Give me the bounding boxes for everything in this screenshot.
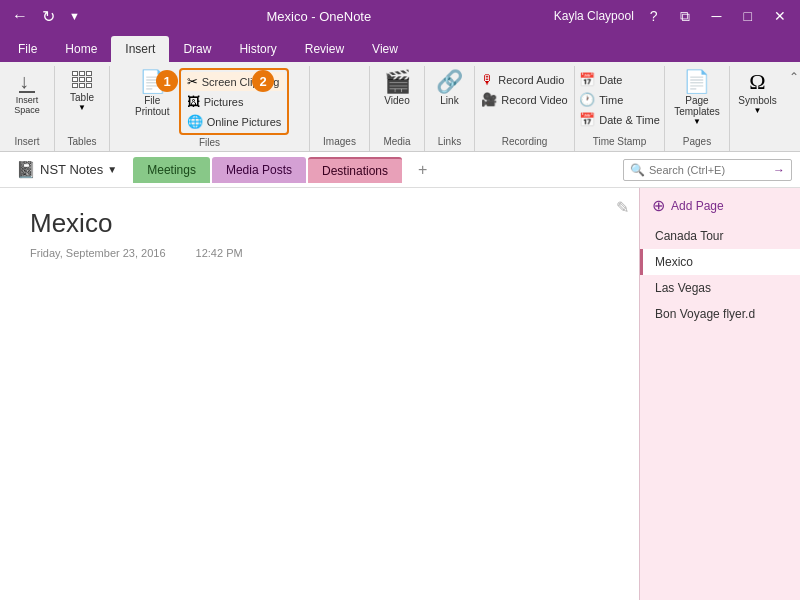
group-timestamp: 📅 Date 🕐 Time 📅 Date & Time Time Stamp [575, 66, 665, 151]
table-icon [72, 71, 92, 88]
tab-file[interactable]: File [4, 36, 51, 62]
minimize-button[interactable]: ─ [706, 6, 728, 26]
insert-space-button[interactable]: ↓ InsertSpace [7, 68, 47, 118]
group-tables-label: Tables [59, 134, 105, 149]
tab-view[interactable]: View [358, 36, 412, 62]
title-bar-controls: ← ↻ ▼ [8, 5, 84, 28]
link-icon: 🔗 [436, 71, 463, 93]
restore-button[interactable]: ⧉ [674, 6, 696, 27]
add-page-button[interactable]: ⊕ Add Page [640, 188, 800, 223]
title-bar: ← ↻ ▼ Mexico - OneNote Kayla Claypool ? … [0, 0, 800, 32]
page-templates-button[interactable]: 📄 PageTemplates ▼ [670, 68, 724, 129]
symbols-icon: Ω [749, 71, 765, 93]
tab-insert[interactable]: Insert [111, 36, 169, 62]
edit-icon[interactable]: ✎ [616, 198, 629, 217]
pictures-icon: 🖼 [187, 94, 200, 109]
video-label: Video [384, 95, 409, 106]
group-pages-label: Pages [669, 134, 725, 149]
quick-access[interactable]: ▼ [65, 8, 84, 24]
record-audio-label: Record Audio [498, 74, 564, 86]
section-tabs: Meetings Media Posts Destinations + [133, 157, 623, 183]
page-item-bon-voyage[interactable]: Bon Voyage flyer.d [640, 301, 800, 327]
search-go-icon[interactable]: → [773, 163, 785, 177]
note-title: Mexico [30, 208, 609, 239]
group-insert-label: Insert [4, 134, 50, 149]
table-label: Table [70, 92, 94, 103]
date-time-button[interactable]: 📅 Date & Time [575, 110, 664, 129]
symbols-label: Symbols [738, 95, 776, 106]
group-media-label: Media [374, 134, 420, 149]
tab-home[interactable]: Home [51, 36, 111, 62]
file-printout-label: FilePrintout [135, 95, 169, 117]
search-icon: 🔍 [630, 163, 645, 177]
page-templates-label: PageTemplates [674, 95, 720, 117]
search-box[interactable]: 🔍 → [623, 159, 792, 181]
pages-sidebar: ⊕ Add Page Canada Tour Mexico Las Vegas … [640, 188, 800, 600]
help-button[interactable]: ? [644, 6, 664, 26]
collapse-ribbon-button[interactable]: ⌃ [789, 70, 799, 84]
group-files: 1 2 📄 FilePrintout ✂ Screen Clipping 🖼 P… [110, 66, 310, 151]
ribbon: ↓ InsertSpace Insert Table ▼ Tables 1 [0, 62, 800, 152]
forward-button[interactable]: ↻ [38, 5, 59, 28]
notebook-selector[interactable]: 📓 NST Notes ▼ [8, 156, 125, 183]
group-images: Images [310, 66, 370, 151]
main-content: ✎ Mexico Friday, September 23, 2016 12:4… [0, 188, 800, 600]
maximize-button[interactable]: □ [738, 6, 758, 26]
group-links-label: Links [429, 134, 470, 149]
step-badge-2: 2 [252, 70, 274, 92]
date-icon: 📅 [579, 72, 595, 87]
screen-clipping-icon: ✂ [187, 74, 198, 89]
tab-draw[interactable]: Draw [169, 36, 225, 62]
record-video-button[interactable]: 🎥 Record Video [477, 90, 571, 109]
note-area: ✎ Mexico Friday, September 23, 2016 12:4… [0, 188, 640, 600]
link-button[interactable]: 🔗 Link [430, 68, 470, 109]
title-bar-right: Kayla Claypool ? ⧉ ─ □ ✕ [554, 6, 792, 27]
tab-media-posts[interactable]: Media Posts [212, 157, 306, 183]
tab-review[interactable]: Review [291, 36, 358, 62]
date-time-icon: 📅 [579, 112, 595, 127]
group-pages: 📄 PageTemplates ▼ Pages [665, 66, 730, 151]
note-date: Friday, September 23, 2016 [30, 247, 166, 259]
date-label: Date [599, 74, 622, 86]
notebook-dropdown-icon: ▼ [107, 164, 117, 175]
page-list: Canada Tour Mexico Las Vegas Bon Voyage … [640, 223, 800, 327]
tab-meetings[interactable]: Meetings [133, 157, 210, 183]
video-button[interactable]: 🎬 Video [377, 68, 417, 109]
video-icon: 🎬 [384, 71, 411, 93]
table-button[interactable]: Table ▼ [62, 68, 102, 115]
note-metadata: Friday, September 23, 2016 12:42 PM [30, 247, 609, 259]
user-name: Kayla Claypool [554, 9, 634, 23]
group-timestamp-label: Time Stamp [579, 134, 660, 149]
page-templates-icon: 📄 [683, 71, 710, 93]
record-video-icon: 🎥 [481, 92, 497, 107]
insert-space-label: InsertSpace [14, 95, 40, 115]
time-button[interactable]: 🕐 Time [575, 90, 664, 109]
group-recording: 🎙 Record Audio 🎥 Record Video Recording [475, 66, 575, 151]
page-item-las-vegas[interactable]: Las Vegas [640, 275, 800, 301]
search-input[interactable] [649, 164, 769, 176]
group-files-label: Files [112, 135, 307, 150]
date-button[interactable]: 📅 Date [575, 70, 664, 89]
window-title: Mexico - OneNote [266, 9, 371, 24]
online-pictures-label: Online Pictures [207, 116, 282, 128]
tab-destinations[interactable]: Destinations [308, 157, 402, 183]
add-page-icon: ⊕ [652, 196, 665, 215]
date-time-label: Date & Time [599, 114, 660, 126]
online-pictures-button[interactable]: 🌐 Online Pictures [183, 112, 286, 131]
notebook-icon: 📓 [16, 160, 36, 179]
tab-history[interactable]: History [225, 36, 290, 62]
tab-add-section[interactable]: + [404, 157, 441, 183]
page-item-canada[interactable]: Canada Tour [640, 223, 800, 249]
group-symbols-label [734, 145, 781, 149]
step-badge-1: 1 [156, 70, 178, 92]
pictures-button[interactable]: 🖼 Pictures [183, 92, 286, 111]
close-button[interactable]: ✕ [768, 6, 792, 26]
back-button[interactable]: ← [8, 5, 32, 27]
page-item-mexico[interactable]: Mexico [640, 249, 800, 275]
insert-space-icon: ↓ [19, 71, 35, 93]
record-audio-button[interactable]: 🎙 Record Audio [477, 70, 571, 89]
pictures-label: Pictures [204, 96, 244, 108]
symbols-button[interactable]: Ω Symbols ▼ [734, 68, 780, 118]
add-page-label: Add Page [671, 199, 724, 213]
notebook-name-label: NST Notes [40, 162, 103, 177]
